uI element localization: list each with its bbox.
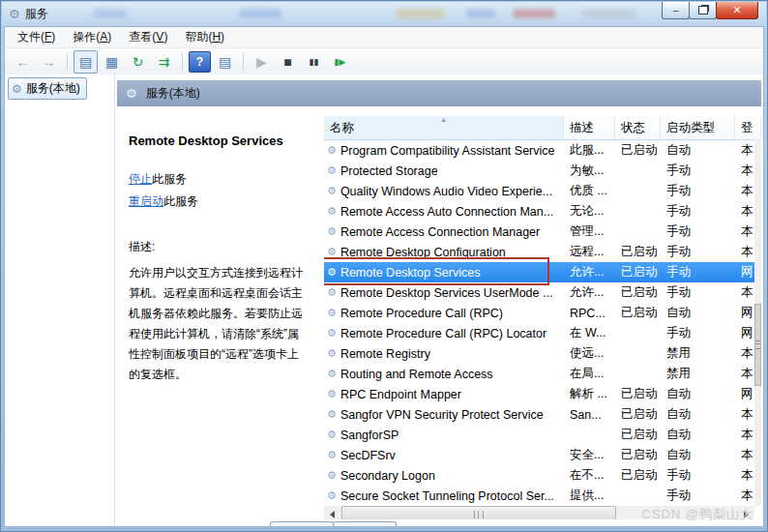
service-row[interactable]: ⚙SangforSP 已启动 自动 本	[324, 425, 761, 445]
service-row[interactable]: ⚙Secure Socket Tunneling Protocol Ser...…	[324, 486, 761, 506]
window-controls: – ✕	[663, 2, 758, 19]
column-header-name[interactable]: ▴ 名称	[324, 116, 564, 139]
service-row[interactable]: ⚙RPC Endpoint Mapper 解析 ... 已启动 自动 网	[324, 384, 761, 404]
column-header-startup-type[interactable]: 启动类型	[661, 116, 735, 139]
service-row[interactable]: ⚙SecDFSrv 安全... 已启动 自动 本	[324, 445, 761, 465]
vertical-scroll-thumb[interactable]	[754, 304, 761, 386]
glass-reflection	[582, 9, 636, 18]
service-description-cell: 远程...	[564, 244, 615, 260]
service-description-cell: 使远...	[564, 345, 615, 362]
service-row[interactable]: ⚙Remote Access Auto Connection Man... 无论…	[324, 201, 761, 222]
back-button[interactable]: ←	[11, 50, 35, 74]
refresh-button[interactable]: ↻	[126, 50, 150, 74]
glass-reflection	[466, 9, 495, 18]
service-description-cell: 解析 ...	[564, 386, 615, 402]
service-row[interactable]: ⚙Remote Access Connection Manager 管理... …	[324, 222, 761, 242]
service-row[interactable]: ⚙Remote Procedure Call (RPC) Locator 在 W…	[324, 323, 761, 343]
toolbar-separator	[243, 53, 244, 71]
menu-item[interactable]: 文件(F)	[9, 27, 64, 47]
toolbar-separator	[182, 53, 183, 71]
service-status-cell: 已启动	[615, 386, 661, 402]
scroll-grip-icon	[474, 511, 484, 518]
tab-extended[interactable]	[270, 521, 334, 526]
show-console-tree-button[interactable]: ▤	[74, 50, 98, 74]
service-row[interactable]: ⚙Remote Procedure Call (RPC) RPC... 已启动 …	[324, 303, 761, 323]
client-area: 文件(F)操作(A)查看(V)帮助(H) ←→▤▦↻⇉?▤▶■▮▮▮▶ ⚙ 服务…	[4, 26, 764, 527]
title-bar[interactable]: ⚙ 服务 – ✕	[2, 2, 766, 26]
vertical-scrollbar[interactable]	[754, 139, 761, 506]
service-row[interactable]: ⚙Remote Registry 使远... 禁用 本	[324, 343, 761, 364]
service-row[interactable]: ⚙Remote Desktop Services 允许... 已启动 手动 网	[324, 262, 761, 282]
service-startup-cell: 自动	[661, 142, 735, 159]
service-row[interactable]: ⚙Routing and Remote Access 在局... 禁用 本	[324, 364, 761, 384]
banner-gear-icon: ⚙	[126, 86, 137, 101]
service-startup-cell: 手动	[661, 264, 735, 281]
service-description-cell: RPC...	[564, 307, 615, 320]
service-status-cell: 已启动	[615, 406, 661, 423]
pause-service-button[interactable]: ▮▮	[302, 50, 326, 74]
service-gear-icon: ⚙	[327, 368, 337, 380]
restart-service-suffix: 此服务	[163, 194, 198, 208]
stop-service-link[interactable]: 停止	[129, 172, 152, 186]
service-startup-cell: 禁用	[661, 345, 735, 362]
services-banner: ⚙ 服务(本地)	[117, 80, 761, 106]
service-row[interactable]: ⚙Quality Windows Audio Video Experie... …	[324, 181, 761, 201]
column-header-status[interactable]: 状态	[615, 116, 661, 139]
stop-service-button[interactable]: ■	[276, 50, 300, 74]
tree-item-services-local[interactable]: ⚙ 服务(本地)	[8, 77, 87, 100]
maximize-button[interactable]	[689, 2, 717, 19]
service-startup-cell: 禁用	[661, 366, 735, 382]
tab-standard[interactable]	[333, 521, 397, 526]
service-row[interactable]: ⚙Program Compatibility Assistant Service…	[324, 140, 761, 161]
services-window: ⚙ 服务 – ✕ 文件(F)操作(A)查看(V)帮助(H) ←→▤▦↻⇉?▤▶■…	[0, 0, 768, 532]
scroll-grip-icon	[755, 340, 760, 349]
service-name: Remote Desktop Services	[340, 266, 481, 280]
menu-item[interactable]: 帮助(H)	[176, 27, 233, 47]
service-name: Program Compatibility Assistant Service	[340, 144, 555, 158]
service-gear-icon: ⚙	[327, 449, 337, 461]
service-gear-icon: ⚙	[327, 327, 337, 340]
service-name: Remote Registry	[340, 347, 430, 361]
service-startup-cell: 手动	[661, 163, 735, 179]
menu-item[interactable]: 查看(V)	[120, 27, 176, 47]
menu-item[interactable]: 操作(A)	[64, 27, 120, 47]
start-service-button[interactable]: ▶	[250, 50, 274, 74]
glass-reflection	[94, 9, 127, 18]
restart-service-button[interactable]: ▮▶	[328, 50, 352, 74]
forward-button[interactable]: →	[37, 50, 61, 74]
sort-ascending-icon: ▴	[441, 116, 445, 124]
service-row[interactable]: ⚙Remote Desktop Services UserMode ... 允许…	[324, 282, 761, 303]
service-row[interactable]: ⚙Secondary Logon 在不... 已启动 手动 本	[324, 465, 761, 486]
extended-view-button[interactable]: ▤	[213, 50, 237, 74]
service-description-cell: 允许...	[564, 264, 615, 281]
service-description: 允许用户以交互方式连接到远程计算机。远程桌面和远程桌面会话主机服务器依赖此服务。…	[129, 263, 309, 385]
service-status-cell: 已启动	[615, 142, 661, 159]
column-header-logon-as[interactable]: 登	[735, 116, 761, 139]
minimize-button[interactable]: –	[662, 2, 690, 19]
service-name: SecDFSrv	[340, 449, 396, 462]
service-startup-cell: 手动	[661, 284, 735, 301]
service-status-cell: 已启动	[615, 284, 661, 301]
menu-bar: 文件(F)操作(A)查看(V)帮助(H)	[5, 27, 763, 48]
service-row[interactable]: ⚙Protected Storage 为敏... 手动 本	[324, 161, 761, 181]
service-status-cell: 已启动	[615, 244, 661, 260]
service-row[interactable]: ⚙Sangfor VPN Security Protect Service Sa…	[324, 404, 761, 425]
service-name: Secure Socket Tunneling Protocol Ser...	[340, 489, 554, 503]
services-rows: ⚙Program Compatibility Assistant Service…	[324, 140, 761, 506]
export-list-button[interactable]: ⇉	[152, 50, 176, 74]
restart-service-link[interactable]: 重启动	[129, 194, 163, 208]
scroll-left-button[interactable]	[324, 506, 340, 519]
scroll-left-icon	[330, 511, 335, 518]
service-status-cell: 已启动	[615, 447, 661, 463]
help-button[interactable]: ?	[189, 51, 211, 73]
horizontal-scroll-thumb[interactable]	[341, 506, 616, 519]
column-header-description[interactable]: 描述	[564, 116, 615, 139]
service-row[interactable]: ⚙Remote Desktop Configuration 远程... 已启动 …	[324, 242, 761, 262]
close-button[interactable]: ✕	[716, 2, 758, 19]
close-icon: ✕	[732, 4, 741, 16]
toolbar-separator	[67, 53, 68, 71]
service-startup-cell: 手动	[661, 183, 735, 199]
service-status-cell: 已启动	[615, 467, 661, 484]
properties-button[interactable]: ▦	[100, 50, 124, 74]
service-gear-icon: ⚙	[327, 144, 337, 157]
